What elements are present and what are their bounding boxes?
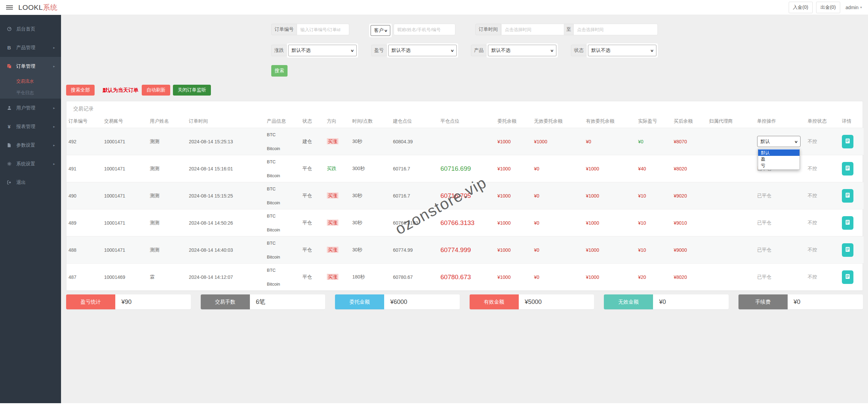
- withdraw-button[interactable]: 出金(0): [816, 2, 840, 13]
- status-select-wrap: 默认不选 v: [587, 43, 658, 58]
- product-select[interactable]: 默认不选 v: [488, 45, 556, 56]
- summary-value: ¥90: [115, 294, 191, 309]
- control-state-text: 已平仓: [757, 247, 771, 252]
- cell-id: 491: [68, 166, 76, 171]
- cell-profit: ¥10: [638, 220, 646, 226]
- status-label: 状态: [571, 45, 587, 56]
- table-row: 49110001471测测2024-08-14 15:16:01BTCBitco…: [66, 155, 864, 182]
- product-select-wrap: 默认不选 v: [487, 43, 558, 58]
- cell-name: 霖: [150, 274, 155, 280]
- user-menu[interactable]: admin ▾: [846, 5, 862, 10]
- cell-account: 10001471: [104, 220, 125, 226]
- order-time-filter: 订单时间 至: [475, 24, 658, 35]
- cell-duration: 30秒: [352, 139, 362, 144]
- cell-valid-entrust: ¥1000: [586, 166, 599, 171]
- direction-badge: 买跌: [327, 166, 336, 171]
- sidebar-item-close-log[interactable]: 平仓日志: [0, 87, 61, 99]
- sidebar-item-label: 退出: [16, 180, 26, 186]
- time-to-input[interactable]: [574, 24, 658, 35]
- control-option[interactable]: 默认: [758, 149, 800, 156]
- sidebar-item-logout[interactable]: 退出: [0, 173, 61, 192]
- cell-entrust: ¥1000: [497, 247, 511, 253]
- control-state-text: 已平仓: [757, 274, 771, 280]
- col-open-point: 建仓点位: [391, 116, 438, 128]
- table-row: 49010001471测测2024-08-14 15:15:25BTCBitco…: [66, 182, 864, 209]
- control-option[interactable]: 盈: [758, 156, 800, 162]
- cell-control-state: 不控: [808, 166, 817, 171]
- col-product-info: 产品信息: [265, 116, 300, 128]
- control-dropdown: 默认盈亏: [758, 148, 800, 170]
- cell-open-point: 60766.3103: [393, 220, 418, 226]
- control-select-value: 默认: [761, 139, 770, 145]
- cell-invalid-entrust: ¥0: [534, 193, 539, 199]
- cell-duration: 180秒: [352, 274, 365, 280]
- search-button[interactable]: 搜索: [271, 65, 288, 77]
- cell-control-state: 不控: [808, 274, 817, 280]
- cell-status: 平仓: [302, 274, 312, 280]
- cell-name: 测测: [150, 193, 159, 198]
- cell-id: 488: [68, 247, 76, 253]
- detail-button[interactable]: [842, 189, 853, 203]
- control-option[interactable]: 亏: [758, 162, 800, 169]
- user-icon: [6, 105, 12, 110]
- detail-button[interactable]: [842, 162, 853, 176]
- dashboard-icon: [6, 26, 12, 32]
- table-row: 48710001469霖2024-08-14 14:12:07BTCBitcoi…: [66, 264, 864, 291]
- sidebar-item-params[interactable]: 参数设置▸: [0, 136, 61, 154]
- cell-duration: 30秒: [352, 193, 362, 198]
- sidebar-item-products[interactable]: B产品管理▸: [0, 38, 61, 57]
- detail-button[interactable]: [842, 216, 853, 230]
- auto-refresh-button[interactable]: 自动刷新: [142, 85, 170, 96]
- summary-label: 无效金额: [604, 294, 653, 309]
- cell-product-info: BTCBitcoin: [265, 128, 300, 155]
- hamburger-menu-icon[interactable]: [6, 5, 13, 9]
- product-filter: 产品 默认不选 v: [471, 43, 558, 58]
- time-from-input[interactable]: [501, 24, 564, 35]
- direction-badge: 买涨: [327, 247, 338, 253]
- table-row: 48810001471测测2024-08-14 14:40:03BTCBitco…: [66, 236, 864, 264]
- sidebar-item-system[interactable]: 系统设置▸: [0, 154, 61, 173]
- cell-id: 489: [68, 220, 76, 226]
- filter-row-2: 涨跌 默认不选 v 盈亏 默认不选 v: [271, 43, 658, 58]
- trade-table-body: 49210001471测测2024-08-14 15:25:13BTCBitco…: [66, 128, 864, 291]
- col-username: 用户姓名: [148, 116, 187, 128]
- customer-type-select[interactable]: 客户 v: [371, 25, 390, 36]
- updown-filter: 涨跌 默认不选 v: [271, 43, 358, 58]
- order-no-input[interactable]: [297, 24, 349, 35]
- topbar: LOOKL系统 入金(0) 出金(0) admin ▾: [0, 0, 868, 15]
- cell-id: 492: [68, 139, 76, 144]
- col-after-balance: 买后余额: [672, 116, 707, 128]
- deposit-button[interactable]: 入金(0): [789, 2, 813, 13]
- cell-time: 2024-08-14 15:15:25: [189, 193, 233, 199]
- updown-select[interactable]: 默认不选 v: [288, 45, 357, 56]
- sidebar-item-users[interactable]: 用户管理▸: [0, 99, 61, 117]
- chevron-right-icon: ▸: [53, 125, 55, 128]
- topbar-right: 入金(0) 出金(0) admin ▾: [789, 2, 868, 13]
- username: admin: [846, 5, 859, 10]
- search-all-button[interactable]: 搜索全部: [66, 85, 95, 96]
- sidebar-menu: 后台首页B产品管理▸订单管理▸交易流水平仓日志用户管理▸¥报表管理▸参数设置▸系…: [0, 15, 61, 192]
- sidebar-item-orders[interactable]: 订单管理▸: [0, 57, 61, 76]
- table-row: 49210001471测测2024-08-14 15:25:13BTCBitco…: [66, 128, 864, 155]
- bitcoin-icon: B: [6, 45, 12, 50]
- close-listen-button[interactable]: 关闭订单监听: [173, 85, 211, 96]
- customer-input[interactable]: [394, 24, 455, 35]
- col-order-id: 订单编号: [66, 116, 102, 128]
- cell-valid-entrust: ¥1000: [586, 193, 599, 199]
- summary-label: 交易手数: [201, 294, 250, 309]
- cell-close-point: 60774.999: [440, 246, 471, 253]
- sidebar: 后台首页B产品管理▸订单管理▸交易流水平仓日志用户管理▸¥报表管理▸参数设置▸系…: [0, 15, 61, 403]
- detail-button[interactable]: [842, 270, 853, 284]
- control-select[interactable]: 默认v: [757, 136, 801, 147]
- chevron-down-icon: v: [651, 48, 653, 53]
- cell-valid-entrust: ¥0: [586, 139, 591, 144]
- sidebar-item-home[interactable]: 后台首页: [0, 20, 61, 38]
- product-symbol: BTC: [267, 241, 299, 246]
- status-select[interactable]: 默认不选 v: [588, 45, 656, 56]
- profit-select[interactable]: 默认不选 v: [388, 45, 457, 56]
- detail-button[interactable]: [842, 243, 853, 257]
- sidebar-item-trade-flow[interactable]: 交易流水: [0, 76, 61, 87]
- control-state-text: 已平仓: [757, 193, 771, 198]
- sidebar-item-reports[interactable]: ¥报表管理▸: [0, 117, 61, 136]
- detail-button[interactable]: [842, 135, 853, 148]
